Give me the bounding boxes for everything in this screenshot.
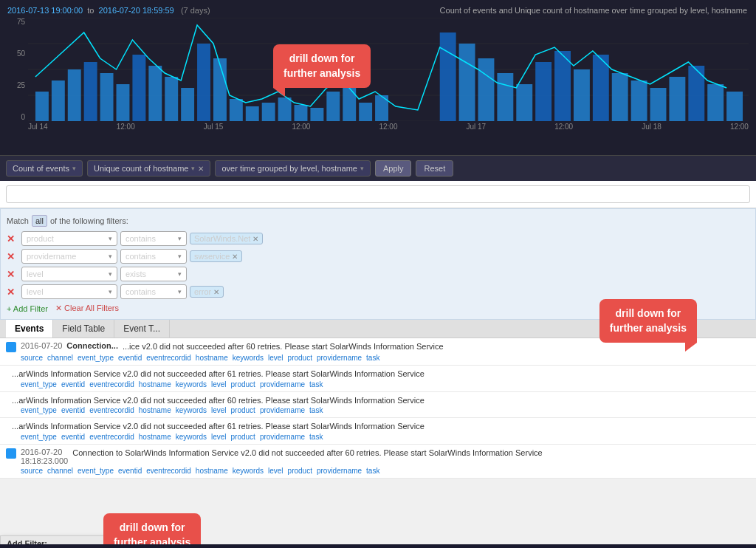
event-link-eventrecordid-5[interactable]: eventrecordid xyxy=(146,467,191,475)
match-value[interactable]: all xyxy=(32,215,47,227)
event-link-providername-4[interactable]: providername xyxy=(260,433,305,441)
event-link-event-type-2[interactable]: event_type xyxy=(21,380,57,388)
event-link-eventid-2[interactable]: eventid xyxy=(61,380,85,388)
event-link-keywords-1[interactable]: keywords xyxy=(233,354,264,362)
search-bar xyxy=(0,181,756,208)
event-link-hostname-2[interactable]: hostname xyxy=(139,380,171,388)
filter-tag-swservice-remove[interactable]: ✕ xyxy=(232,253,238,261)
filter-op-2[interactable]: contains ▾ xyxy=(120,249,187,264)
filter-remove-4[interactable]: ✕ xyxy=(7,287,18,298)
event-link-level-5[interactable]: level xyxy=(268,467,284,475)
event-link-event-type-3[interactable]: event_type xyxy=(21,406,57,414)
event-link-task-3[interactable]: task xyxy=(309,406,323,414)
event-link-providername-2[interactable]: providername xyxy=(260,380,305,388)
event-link-event-type-4[interactable]: event_type xyxy=(21,433,57,441)
filter-op-3[interactable]: exists ▾ xyxy=(120,267,187,281)
event-link-hostname-1[interactable]: hostname xyxy=(196,354,228,362)
filter-op-1[interactable]: contains ▾ xyxy=(120,231,187,246)
event-link-eventrecordid-3[interactable]: eventrecordid xyxy=(89,406,134,414)
chart-inner[interactable] xyxy=(28,18,749,121)
event-link-product-2[interactable]: product xyxy=(231,380,255,388)
event-link-hostname-4[interactable]: hostname xyxy=(139,433,171,441)
reset-button[interactable]: Reset xyxy=(416,160,453,177)
event-link-task-2[interactable]: task xyxy=(309,380,323,388)
x-label-1200-3: 12:00 xyxy=(379,123,397,136)
filter-remove-1[interactable]: ✕ xyxy=(7,233,18,244)
filter-tag-solarwindsnet-remove[interactable]: ✕ xyxy=(252,235,258,243)
event-link-task-1[interactable]: task xyxy=(366,354,379,362)
event-header-5: 2016-07-2018:18:23.000 Connection to Sol… xyxy=(6,448,750,465)
event-link-event-type-5[interactable]: event_type xyxy=(78,467,114,475)
event-link-product-3[interactable]: product xyxy=(231,406,255,414)
svg-rect-39 xyxy=(669,77,685,121)
count-events-btn[interactable]: Count of events ▾ xyxy=(6,160,83,177)
x-label-1200-5: 12:00 xyxy=(730,123,749,136)
unique-count-remove[interactable]: ✕ xyxy=(198,165,204,173)
filter-remove-3[interactable]: ✕ xyxy=(7,269,18,280)
event-message-2: ...arWinds Information Service v2.0 did … xyxy=(12,369,750,380)
svg-rect-14 xyxy=(181,88,194,121)
event-link-task-5[interactable]: task xyxy=(366,467,379,475)
filter-field-1[interactable]: product ▾ xyxy=(21,231,117,246)
event-link-source-5[interactable]: source xyxy=(21,467,43,475)
event-link-eventid-4[interactable]: eventid xyxy=(61,433,85,441)
event-link-product-4[interactable]: product xyxy=(231,433,255,441)
filter-field-4[interactable]: level ▾ xyxy=(21,284,117,299)
event-link-eventrecordid-2[interactable]: eventrecordid xyxy=(89,380,134,388)
event-link-providername-1[interactable]: providername xyxy=(317,354,362,362)
search-input[interactable] xyxy=(6,185,750,203)
svg-rect-25 xyxy=(359,103,372,121)
svg-rect-41 xyxy=(707,84,724,121)
tab-events[interactable]: Events xyxy=(6,320,53,338)
event-link-keywords-5[interactable]: keywords xyxy=(233,467,264,475)
apply-button[interactable]: Apply xyxy=(375,160,412,177)
event-link-event-type-1[interactable]: event_type xyxy=(78,354,114,362)
event-link-hostname-3[interactable]: hostname xyxy=(139,406,171,414)
unique-count-btn[interactable]: Unique count of hostname ▾ ✕ xyxy=(87,160,210,177)
main-content: Match all of the following filters: ✕ pr… xyxy=(0,181,756,544)
event-links-1: source channel event_type eventid eventr… xyxy=(21,354,750,362)
event-link-eventid-5[interactable]: eventid xyxy=(118,467,142,475)
event-link-channel-1[interactable]: channel xyxy=(47,354,73,362)
filter-field-3[interactable]: level ▾ xyxy=(21,267,117,281)
filter-tag-error-remove[interactable]: ✕ xyxy=(213,288,219,296)
event-link-level-2[interactable]: level xyxy=(211,380,227,388)
clear-filters-button[interactable]: ✕ Clear All Filters xyxy=(55,304,119,313)
x-axis-labels: Jul 14 12:00 Jul 15 12:00 12:00 Jul 17 1… xyxy=(28,123,749,136)
svg-rect-40 xyxy=(688,66,704,121)
event-link-eventrecordid-4[interactable]: eventrecordid xyxy=(89,433,134,441)
svg-rect-18 xyxy=(246,106,259,121)
count-events-arrow: ▾ xyxy=(72,165,76,172)
filter-op-4[interactable]: contains ▾ xyxy=(120,284,187,299)
filter-tag-solarwindsnet: SolarWinds.Net ✕ xyxy=(190,233,263,244)
grouped-by-btn[interactable]: over time grouped by level, hostname ▾ xyxy=(215,160,370,177)
event-link-product-1[interactable]: product xyxy=(288,354,312,362)
filter-field-2[interactable]: providername ▾ xyxy=(21,249,117,264)
tab-field-table[interactable]: Field Table xyxy=(53,320,114,338)
event-link-keywords-3[interactable]: keywords xyxy=(176,406,207,414)
add-filter-button[interactable]: + Add Filter xyxy=(7,304,48,313)
event-link-source-1[interactable]: source xyxy=(21,354,43,362)
event-link-level-4[interactable]: level xyxy=(211,433,227,441)
event-link-product-5[interactable]: product xyxy=(288,467,312,475)
event-link-keywords-2[interactable]: keywords xyxy=(176,380,207,388)
event-link-providername-5[interactable]: providername xyxy=(317,467,362,475)
filter-op-3-label: exists xyxy=(126,270,146,278)
event-link-eventid-1[interactable]: eventid xyxy=(118,354,142,362)
chart-title: Count of events and Unique count of host… xyxy=(440,6,747,15)
event-link-eventrecordid-1[interactable]: eventrecordid xyxy=(146,354,191,362)
filter-field-4-arrow: ▾ xyxy=(109,288,112,295)
event-link-providername-3[interactable]: providername xyxy=(260,406,305,414)
event-link-level-1[interactable]: level xyxy=(268,354,284,362)
event-link-level-3[interactable]: level xyxy=(211,406,227,414)
event-link-hostname-5[interactable]: hostname xyxy=(196,467,228,475)
filter-remove-2[interactable]: ✕ xyxy=(7,251,18,262)
event-links-3: event_type eventid eventrecordid hostnam… xyxy=(21,406,750,414)
event-link-task-4[interactable]: task xyxy=(309,433,323,441)
tab-event-t[interactable]: Event T... xyxy=(114,320,170,338)
event-link-eventid-3[interactable]: eventid xyxy=(61,406,85,414)
filter-row-2: ✕ providername ▾ contains ▾ swservice ✕ xyxy=(7,249,749,264)
event-link-keywords-4[interactable]: keywords xyxy=(176,433,207,441)
event-timestamp-5: 2016-07-2018:18:23.000 xyxy=(21,448,68,465)
event-link-channel-5[interactable]: channel xyxy=(47,467,73,475)
